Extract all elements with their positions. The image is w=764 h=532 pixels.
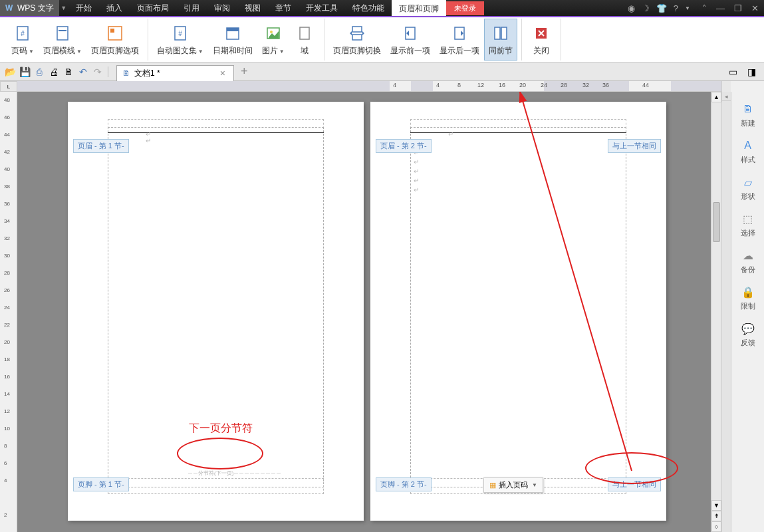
ruler-mark: 38	[4, 184, 10, 190]
help-icon[interactable]: ?	[674, 3, 678, 13]
tab-reference[interactable]: 引用	[176, 0, 207, 16]
tab-page-layout[interactable]: 页面布局	[130, 0, 176, 16]
document-area[interactable]: ↵ ↵ 页眉 - 第 1 节- 页脚 - 第 1 节- ⸺⸺分节符(下一页)⸺⸺…	[17, 92, 711, 532]
para-marker: ↵	[414, 186, 419, 194]
rp-限制[interactable]: 🔒限制	[731, 280, 764, 317]
tab-special[interactable]: 特色功能	[345, 0, 392, 16]
right-panel-handle[interactable]: ◂	[721, 92, 731, 532]
scroll-track[interactable]	[711, 102, 721, 500]
ribbon-label: 同前节	[489, 45, 513, 57]
ribbon-页眉页脚切换[interactable]: 页眉页脚切换	[328, 19, 386, 61]
open-icon[interactable]: 📂	[3, 65, 17, 78]
ribbon-日期和时间[interactable]: 日期和时间	[208, 19, 257, 61]
undo-icon[interactable]: ↶	[76, 65, 90, 78]
scroll-thumb[interactable]	[713, 202, 720, 242]
redo-icon[interactable]: ↷	[91, 65, 104, 78]
tab-review[interactable]: 审阅	[207, 0, 237, 16]
sync-icon[interactable]: ◉	[628, 3, 635, 13]
ribbon-关闭[interactable]: 关闭	[526, 19, 557, 61]
close-icon[interactable]: ✕	[751, 3, 759, 13]
rp-选择[interactable]: ⬚选择	[731, 207, 764, 243]
section-break-marker: ⸺⸺分节符(下一页)⸺⸺⸺⸺⸺⸺⸺⸺⸺	[188, 469, 324, 477]
app-logo[interactable]: W WPS 文字	[0, 0, 59, 16]
ruler-mark: 28	[4, 270, 10, 276]
ribbon-icon	[449, 23, 470, 44]
doc-tab[interactable]: 🗎 文档1 * ×	[116, 65, 234, 81]
scroll-up-icon[interactable]: ▲	[711, 92, 721, 102]
view-mode-icon[interactable]: ▭	[726, 65, 739, 78]
doc-name: 文档1 *	[134, 68, 160, 79]
panel-icon[interactable]: ◨	[745, 65, 758, 78]
rp-icon: 💬	[741, 322, 755, 335]
browse-object-icon[interactable]: ○	[711, 521, 721, 532]
insert-page-number-button[interactable]: ▦ 插入页码 ▼	[483, 477, 543, 493]
rp-形状[interactable]: ▱形状	[731, 170, 764, 207]
doc-close-icon[interactable]: ×	[217, 68, 228, 78]
doc-add-icon[interactable]: +	[234, 65, 255, 78]
print-preview-icon[interactable]: 🗎	[62, 65, 75, 78]
pgnum-icon: ▦	[489, 481, 496, 489]
title-bar: W WPS 文字 ▼ 开始 插入 页面布局 引用 审阅 视图 章节 开发工具 特…	[0, 0, 764, 17]
app-name: WPS 文字	[17, 3, 54, 14]
tab-view[interactable]: 视图	[237, 0, 268, 16]
rp-icon: 🗎	[741, 102, 755, 116]
ribbon-icon: #	[170, 23, 191, 44]
help-dropdown[interactable]: ▼	[685, 5, 690, 11]
ribbon-toggle-icon[interactable]: ˄	[702, 3, 707, 13]
ribbon-页码[interactable]: #页码▼	[7, 19, 39, 61]
tab-start[interactable]: 开始	[68, 0, 99, 16]
tab-developer[interactable]: 开发工具	[299, 0, 345, 16]
vertical-scrollbar[interactable]: ▲ ▼ ⇞ ○ ⇟	[711, 92, 721, 532]
page-content-2[interactable]: ↵ ↵ ↵ ↵ ↵ ↵ ↵	[410, 127, 626, 487]
ribbon-label: 显示后一项	[440, 45, 479, 57]
ribbon-显示后一项[interactable]: 显示后一项	[435, 19, 484, 61]
app-dropdown[interactable]: ▼	[59, 5, 68, 11]
ribbon-图片[interactable]: 图片▼	[257, 19, 289, 61]
tab-header-footer[interactable]: 页眉和页脚	[392, 0, 446, 16]
ribbon-label: 显示前一项	[390, 45, 430, 57]
ribbon-页眉横线[interactable]: 页眉横线▼	[39, 19, 86, 61]
rp-label: 选择	[741, 228, 755, 238]
ruler-mark: 36	[4, 201, 10, 207]
ruler-mark: 8	[4, 443, 7, 449]
ruler-mark: 18	[4, 356, 10, 362]
ruler-mark: 44	[4, 132, 10, 138]
rp-label: 反馈	[741, 338, 755, 348]
tab-insert[interactable]: 插入	[99, 0, 130, 16]
print-direct-icon[interactable]: ⎙	[33, 65, 46, 78]
rp-备份[interactable]: ☁备份	[731, 243, 764, 280]
ruler-mark: 2	[4, 512, 7, 518]
print-icon[interactable]: 🖨	[47, 65, 61, 78]
panel-collapse-icon[interactable]: ◂	[722, 92, 731, 101]
ribbon-同前节[interactable]: 同前节	[484, 19, 517, 61]
ruler-mark: 4	[4, 477, 7, 483]
footer-tag-2: 页脚 - 第 2 节-	[376, 477, 432, 491]
shirt-icon[interactable]: 👕	[656, 3, 667, 13]
horizontal-ruler[interactable]: 4 4 8 12 16 20 24 28 32 36 44	[17, 81, 721, 92]
login-status[interactable]: 未登录	[446, 1, 484, 15]
maximize-icon[interactable]: ❐	[734, 3, 742, 13]
save-icon[interactable]: 💾	[18, 65, 31, 78]
scroll-down-icon[interactable]: ▼	[711, 500, 721, 511]
ribbon-页眉页脚选项[interactable]: 页眉页脚选项	[86, 19, 144, 61]
ribbon-自动图文集[interactable]: #自动图文集▼	[152, 19, 208, 61]
minimize-icon[interactable]: ―	[716, 3, 725, 13]
vertical-ruler[interactable]: 4846444240383634323028262422201816141210…	[0, 92, 17, 532]
rp-label: 备份	[741, 265, 755, 275]
ruler-mark: 16	[4, 374, 10, 380]
qa-separator	[108, 66, 108, 77]
ribbon-icon	[490, 23, 511, 44]
rp-反馈[interactable]: 💬反馈	[731, 317, 764, 353]
para-marker: ↵	[414, 168, 419, 175]
ribbon-显示前一项[interactable]: 显示前一项	[386, 19, 435, 61]
moon-icon[interactable]: ☽	[642, 3, 650, 13]
ribbon-icon	[104, 23, 126, 44]
ribbon-域[interactable]: 域	[289, 19, 320, 61]
rp-样式[interactable]: A样式	[731, 134, 764, 170]
prev-page-icon[interactable]: ⇞	[711, 511, 721, 521]
tab-section[interactable]: 章节	[268, 0, 299, 16]
rp-新建[interactable]: 🗎新建	[731, 97, 764, 134]
footer-area-1[interactable]	[108, 478, 324, 494]
rp-icon: ▱	[741, 176, 755, 189]
ruler-mark: 22	[4, 322, 10, 328]
